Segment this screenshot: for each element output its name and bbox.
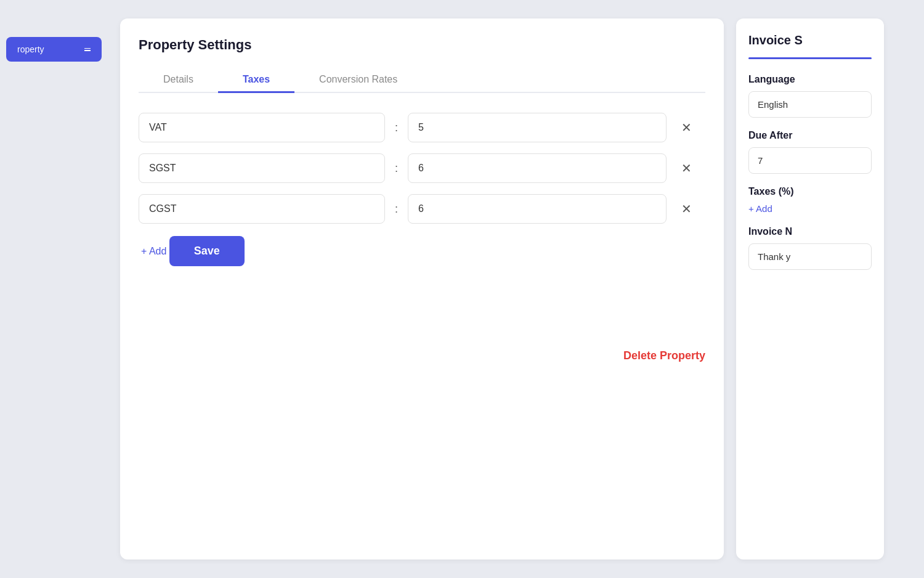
table-row: : ✕ bbox=[139, 113, 705, 142]
right-panel-title: Invoice S bbox=[748, 33, 872, 47]
due-after-input[interactable] bbox=[748, 147, 872, 174]
taxes-label: Taxes (%) bbox=[748, 186, 872, 197]
cgst-name-input[interactable] bbox=[139, 194, 385, 224]
chevron-updown-icon bbox=[84, 48, 91, 51]
invoice-note-input[interactable] bbox=[748, 243, 872, 270]
right-panel: Invoice S Language Due After Taxes (%) +… bbox=[736, 18, 884, 560]
panel-divider bbox=[748, 57, 872, 59]
tax-separator: : bbox=[395, 162, 398, 175]
tax-separator: : bbox=[395, 203, 398, 216]
main-content: Property Settings Details Taxes Conversi… bbox=[108, 0, 924, 578]
invoice-note-label: Invoice N bbox=[748, 226, 872, 237]
right-panel-add-tax-button[interactable]: + Add bbox=[748, 203, 772, 214]
cgst-value-input[interactable] bbox=[408, 194, 667, 224]
save-button[interactable]: Save bbox=[169, 236, 245, 266]
due-after-label: Due After bbox=[748, 130, 872, 141]
add-tax-button[interactable]: + Add bbox=[141, 246, 166, 257]
vat-value-input[interactable] bbox=[408, 113, 667, 142]
remove-sgst-button[interactable]: ✕ bbox=[676, 158, 697, 178]
remove-cgst-button[interactable]: ✕ bbox=[676, 199, 697, 219]
sidebar-item-label: roperty bbox=[17, 44, 44, 54]
property-settings-card: Property Settings Details Taxes Conversi… bbox=[120, 18, 724, 560]
tab-conversion-rates[interactable]: Conversion Rates bbox=[294, 68, 422, 93]
tax-rows-container: : ✕ : ✕ : ✕ bbox=[139, 113, 705, 224]
vat-name-input[interactable] bbox=[139, 113, 385, 142]
tab-taxes[interactable]: Taxes bbox=[218, 68, 294, 93]
remove-vat-button[interactable]: ✕ bbox=[676, 118, 697, 137]
delete-property-button[interactable]: Delete Property bbox=[623, 349, 705, 362]
table-row: : ✕ bbox=[139, 194, 705, 224]
tabs-container: Details Taxes Conversion Rates bbox=[139, 68, 705, 93]
language-label: Language bbox=[748, 74, 872, 85]
sgst-name-input[interactable] bbox=[139, 153, 385, 183]
page-title: Property Settings bbox=[139, 37, 705, 53]
sgst-value-input[interactable] bbox=[408, 153, 667, 183]
tab-details[interactable]: Details bbox=[139, 68, 218, 93]
sidebar: roperty bbox=[0, 0, 108, 578]
tax-separator: : bbox=[395, 121, 398, 134]
sidebar-item-property[interactable]: roperty bbox=[6, 37, 102, 62]
language-input[interactable] bbox=[748, 91, 872, 118]
table-row: : ✕ bbox=[139, 153, 705, 183]
